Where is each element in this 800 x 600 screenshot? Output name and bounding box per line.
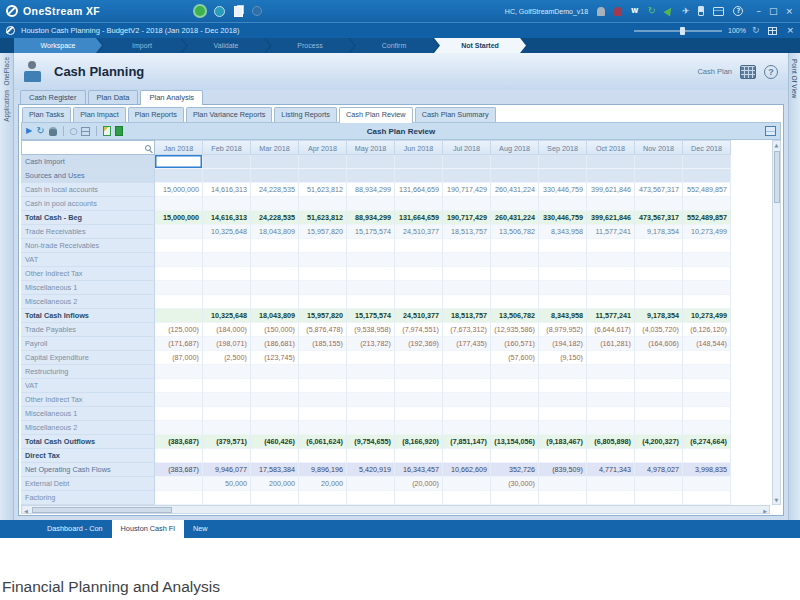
report-icon[interactable]	[115, 126, 123, 136]
grid-cell[interactable]: 8,343,958	[539, 225, 587, 239]
status-green-icon[interactable]	[195, 6, 205, 16]
grid-cell[interactable]	[539, 197, 587, 211]
grid-cell[interactable]	[203, 491, 251, 505]
workflow-step-validate[interactable]: Validate	[182, 38, 270, 53]
grid-cell[interactable]	[347, 449, 395, 463]
grid-cell[interactable]	[683, 477, 731, 491]
grid-cell[interactable]: (164,606)	[635, 337, 683, 351]
column-header-jul-2018[interactable]: Jul 2018	[443, 140, 491, 155]
row-label-restructuring[interactable]: Restructuring	[21, 365, 155, 379]
grid-cell[interactable]	[635, 197, 683, 211]
grid-cell[interactable]	[539, 449, 587, 463]
point-of-view-tab[interactable]: Point Of View	[791, 59, 798, 98]
subtab-listing-reports[interactable]: Listing Reports	[274, 107, 337, 122]
grid-cell[interactable]: 552,489,857	[683, 183, 731, 197]
grid-cell[interactable]	[347, 407, 395, 421]
grid-cell[interactable]: 11,577,241	[587, 225, 635, 239]
grid-cell[interactable]	[203, 421, 251, 435]
grid-cell[interactable]	[683, 449, 731, 463]
grid-cell[interactable]	[443, 449, 491, 463]
grid-cell[interactable]	[299, 197, 347, 211]
grid-cell[interactable]	[155, 197, 203, 211]
bottom-tab-houston-cash-fl[interactable]: Houston Cash Fl	[112, 520, 184, 538]
grid-cell[interactable]	[491, 421, 539, 435]
grid-cell[interactable]: 399,621,846	[587, 211, 635, 225]
column-header-dec-2018[interactable]: Dec 2018	[683, 140, 731, 155]
grid-cell[interactable]	[539, 407, 587, 421]
grid-cell[interactable]	[539, 155, 587, 169]
excel-icon[interactable]	[103, 126, 111, 136]
grid-cell[interactable]	[683, 365, 731, 379]
grid-cell[interactable]: 24,228,535	[251, 183, 299, 197]
grid-cell[interactable]	[539, 421, 587, 435]
grid-cell[interactable]	[203, 379, 251, 393]
grid-cell[interactable]	[155, 155, 203, 169]
grid-cell[interactable]: (383,687)	[155, 463, 203, 477]
grid-cell[interactable]: 20,000	[299, 477, 347, 491]
row-label-non-trade-receivables[interactable]: Non-trade Receivables	[21, 239, 155, 253]
layout-icon[interactable]	[81, 127, 90, 136]
minimize-icon[interactable]: –	[756, 7, 761, 16]
grid-cell[interactable]	[491, 295, 539, 309]
grid-cell[interactable]	[299, 267, 347, 281]
grid-cell[interactable]: (150,000)	[251, 323, 299, 337]
grid-cell[interactable]: 330,446,759	[539, 211, 587, 225]
grid-cell[interactable]: 552,489,857	[683, 211, 731, 225]
column-header-jun-2018[interactable]: Jun 2018	[395, 140, 443, 155]
grid-cell[interactable]: 9,946,077	[203, 463, 251, 477]
grid-cell[interactable]	[299, 407, 347, 421]
grid-cell[interactable]	[251, 407, 299, 421]
grid-cell[interactable]	[155, 253, 203, 267]
grid-cell[interactable]	[203, 393, 251, 407]
subtab-cash-plan-review[interactable]: Cash Plan Review	[339, 107, 413, 123]
column-header-jan-2018[interactable]: Jan 2018	[155, 140, 203, 155]
grid-cell[interactable]	[587, 197, 635, 211]
column-header-nov-2018[interactable]: Nov 2018	[635, 140, 683, 155]
grid-cell[interactable]	[683, 239, 731, 253]
grid-cell[interactable]	[203, 449, 251, 463]
column-header-aug-2018[interactable]: Aug 2018	[491, 140, 539, 155]
grid-cell[interactable]: (6,274,664)	[683, 435, 731, 449]
grid-cell[interactable]	[683, 267, 731, 281]
grid-cell[interactable]	[587, 449, 635, 463]
grid-cell[interactable]	[395, 449, 443, 463]
grid-cell[interactable]	[251, 295, 299, 309]
grid-cell[interactable]: 4,978,027	[635, 463, 683, 477]
grid-cell[interactable]	[587, 379, 635, 393]
grid-cell[interactable]: (8,166,920)	[395, 435, 443, 449]
row-label-other-indirect-tax[interactable]: Other Indirect Tax	[21, 267, 155, 281]
grid-cell[interactable]: (2,500)	[203, 351, 251, 365]
grid-cell[interactable]	[203, 295, 251, 309]
grid-cell[interactable]	[635, 155, 683, 169]
column-header-sep-2018[interactable]: Sep 2018	[539, 140, 587, 155]
grid-cell[interactable]	[155, 225, 203, 239]
grid-cell[interactable]	[635, 253, 683, 267]
grid-cell[interactable]: (4,200,327)	[635, 435, 683, 449]
grid-cell[interactable]	[443, 477, 491, 491]
grid-cell[interactable]	[299, 351, 347, 365]
grid-cell[interactable]: (839,509)	[539, 463, 587, 477]
search-filter-input[interactable]	[21, 140, 155, 155]
grid-cell[interactable]	[251, 155, 299, 169]
grid-cell[interactable]: 10,325,648	[203, 225, 251, 239]
grid-cell[interactable]	[299, 379, 347, 393]
grid-cell[interactable]	[443, 365, 491, 379]
grid-cell[interactable]	[299, 155, 347, 169]
grid-cell[interactable]: 13,506,782	[491, 225, 539, 239]
grid-cell[interactable]	[299, 491, 347, 505]
globe-icon[interactable]	[214, 6, 225, 17]
row-label-payroll[interactable]: Payroll	[21, 337, 155, 351]
grid-cell[interactable]	[635, 365, 683, 379]
grid-cell[interactable]	[203, 267, 251, 281]
zoom-slider[interactable]	[634, 30, 722, 32]
grid-cell[interactable]: 352,726	[491, 463, 539, 477]
column-header-oct-2018[interactable]: Oct 2018	[587, 140, 635, 155]
grid-cell[interactable]: (383,687)	[155, 435, 203, 449]
row-label-total-cash-beg[interactable]: Total Cash - Beg	[21, 211, 155, 225]
grid-cell[interactable]	[395, 393, 443, 407]
grid-cell[interactable]	[683, 407, 731, 421]
row-label-miscellaneous-1[interactable]: Miscellaneous 1	[21, 281, 155, 295]
grid-cell[interactable]	[299, 393, 347, 407]
grid-cell[interactable]	[155, 239, 203, 253]
grid-cell[interactable]	[539, 267, 587, 281]
